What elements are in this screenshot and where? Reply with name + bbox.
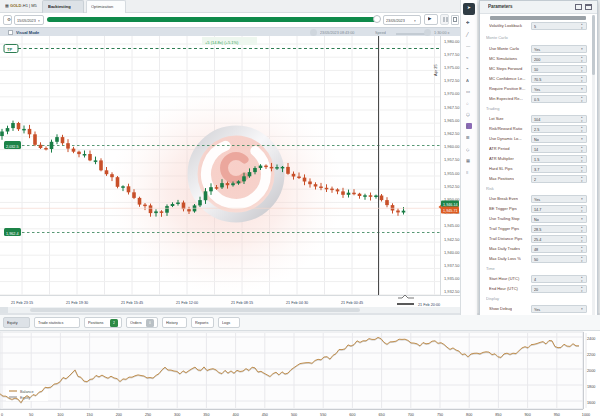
- svg-text:650: 650: [378, 413, 384, 417]
- svg-text:1,946.14: 1,946.14: [443, 203, 458, 207]
- svg-text:TP: TP: [7, 47, 12, 52]
- svg-text:0: 0: [1, 413, 3, 417]
- svg-text:2200: 2200: [587, 353, 595, 357]
- svg-text:1,965.00: 1,965.00: [444, 118, 460, 123]
- svg-text:1600: 1600: [587, 401, 595, 405]
- svg-text:850: 850: [495, 413, 501, 417]
- svg-text:400: 400: [232, 413, 238, 417]
- svg-text:1,962.50: 1,962.50: [444, 131, 460, 136]
- svg-text:600: 600: [349, 413, 355, 417]
- svg-text:2000: 2000: [587, 369, 595, 373]
- svg-text:+5 (14.8x) (+5.1%): +5 (14.8x) (+5.1%): [205, 40, 239, 45]
- svg-text:1,940.00: 1,940.00: [444, 250, 460, 255]
- svg-text:1,945.00: 1,945.00: [444, 223, 460, 228]
- svg-text:1,945.71: 1,945.71: [443, 209, 458, 213]
- svg-text:450: 450: [262, 413, 268, 417]
- svg-text:200: 200: [116, 413, 122, 417]
- svg-text:1,967.50: 1,967.50: [444, 105, 460, 110]
- svg-text:800: 800: [466, 413, 472, 417]
- svg-text:500: 500: [291, 413, 297, 417]
- svg-text:1,957.50: 1,957.50: [444, 157, 460, 162]
- svg-text:21 Feb 15:45: 21 Feb 15:45: [121, 301, 143, 305]
- svg-text:Apr 25: Apr 25: [433, 63, 438, 76]
- svg-text:1,952.50: 1,952.50: [444, 184, 460, 189]
- svg-text:1000: 1000: [582, 413, 590, 417]
- svg-text:21 Feb 19:30: 21 Feb 19:30: [66, 301, 88, 305]
- svg-text:1800: 1800: [587, 385, 595, 389]
- svg-text:100: 100: [57, 413, 63, 417]
- svg-text:150: 150: [86, 413, 92, 417]
- svg-text:21 Feb 04:30: 21 Feb 04:30: [286, 301, 308, 305]
- svg-text:1,970.00: 1,970.00: [444, 91, 460, 96]
- svg-text:1,977.50: 1,977.50: [444, 52, 460, 57]
- svg-text:1,980.00: 1,980.00: [444, 39, 460, 44]
- svg-text:2,032.5: 2,032.5: [6, 145, 19, 149]
- svg-text:1,962.4: 1,962.4: [6, 232, 19, 236]
- svg-text:350: 350: [203, 413, 209, 417]
- svg-text:750: 750: [437, 413, 443, 417]
- svg-text:Balance: Balance: [20, 390, 34, 394]
- svg-text:1,975.00: 1,975.00: [444, 65, 460, 70]
- svg-text:1,960.00: 1,960.00: [444, 144, 460, 149]
- svg-text:2400: 2400: [587, 337, 595, 341]
- svg-text:21 Feb 12:00: 21 Feb 12:00: [176, 301, 198, 305]
- svg-text:900: 900: [524, 413, 530, 417]
- svg-text:700: 700: [408, 413, 414, 417]
- svg-text:550: 550: [320, 413, 326, 417]
- svg-text:21 Feb 20:00: 21 Feb 20:00: [418, 303, 440, 307]
- svg-text:1,972.50: 1,972.50: [444, 78, 460, 83]
- svg-text:21 Feb 23:15: 21 Feb 23:15: [11, 301, 33, 305]
- svg-text:21 Feb 08:15: 21 Feb 08:15: [231, 301, 253, 305]
- svg-text:50: 50: [29, 413, 33, 417]
- svg-text:1,935.00: 1,935.00: [444, 276, 460, 281]
- svg-text:300: 300: [174, 413, 180, 417]
- svg-text:1,937.50: 1,937.50: [444, 263, 460, 268]
- svg-text:1,955.00: 1,955.00: [444, 171, 460, 176]
- svg-text:250: 250: [145, 413, 151, 417]
- svg-text:1,932.50: 1,932.50: [444, 289, 460, 294]
- svg-text:950: 950: [554, 413, 560, 417]
- svg-text:21 Feb 00:45: 21 Feb 00:45: [341, 301, 363, 305]
- svg-text:1,942.50: 1,942.50: [444, 237, 460, 242]
